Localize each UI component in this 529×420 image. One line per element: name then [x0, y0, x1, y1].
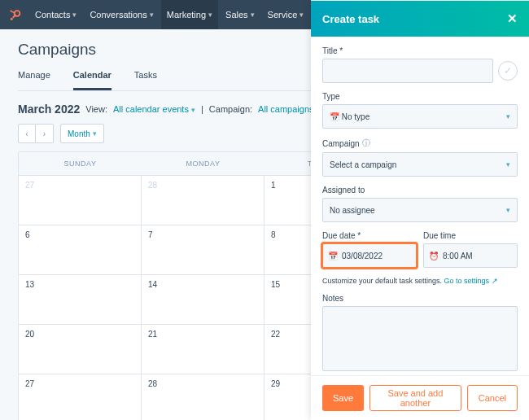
calendar-cell[interactable]: 13 [19, 275, 142, 324]
title-input[interactable] [322, 59, 493, 83]
month-label: March 2022 [18, 103, 80, 116]
settings-hint: Customize your default task settings. Go… [322, 277, 518, 285]
svg-line-1 [13, 15, 16, 18]
chevron-down-icon: ▾ [299, 11, 304, 19]
svg-point-2 [11, 18, 13, 20]
save-button[interactable]: Save [322, 385, 364, 411]
duedate-input[interactable]: 📅03/08/2022 [322, 243, 417, 268]
duetime-label: Due time [423, 231, 518, 240]
chevron-down-icon: ▾ [93, 129, 97, 138]
chevron-down-icon: ▾ [251, 11, 255, 19]
campaign-label: Campaign: [209, 104, 252, 114]
calendar-cell[interactable]: 28 [142, 374, 264, 420]
panel-header: Create task ✕ [311, 1, 529, 37]
calendar-cell[interactable]: 6 [19, 225, 142, 274]
type-select[interactable]: 📅 No type▾ [322, 104, 518, 129]
panel-title: Create task [322, 13, 379, 25]
day-header: MONDAY [142, 152, 264, 175]
tab-calendar[interactable]: Calendar [73, 65, 111, 90]
day-header: SUNDAY [19, 152, 142, 175]
calendar-cell[interactable]: 27 [19, 176, 142, 225]
title-label: Title * [322, 46, 518, 55]
duedate-label: Due date * [322, 231, 417, 240]
clock-icon: ⏰ [429, 252, 439, 260]
panel-footer: Save Save and add another Cancel [311, 375, 529, 420]
nav-marketing[interactable]: Marketing▾ [161, 0, 218, 29]
complete-toggle[interactable]: ✓ [498, 61, 518, 81]
assigned-label: Assigned to [322, 186, 518, 195]
view-month-button[interactable]: Month▾ [60, 124, 104, 143]
chevron-down-icon: ▾ [506, 160, 510, 168]
tab-tasks[interactable]: Tasks [134, 65, 157, 90]
calendar-icon: 📅 [328, 252, 338, 260]
chevron-down-icon: ▾ [506, 112, 510, 120]
notes-input[interactable] [322, 306, 518, 371]
hubspot-logo [7, 7, 23, 23]
duetime-input[interactable]: ⏰8:00 AM [423, 243, 518, 268]
chevron-down-icon: ▾ [72, 11, 77, 19]
chevron-down-icon: ▾ [506, 206, 510, 214]
chevron-down-icon: ▾ [150, 11, 154, 19]
nav-service[interactable]: Service▾ [262, 0, 310, 29]
next-month-button[interactable]: › [36, 124, 54, 143]
tab-manage[interactable]: Manage [18, 65, 50, 90]
type-label: Type [322, 92, 518, 101]
save-add-button[interactable]: Save and add another [369, 385, 461, 411]
external-link-icon: ↗ [492, 277, 498, 285]
info-icon: ⓘ [362, 138, 370, 149]
calendar-icon: 📅 [330, 112, 339, 121]
close-icon[interactable]: ✕ [507, 11, 518, 26]
notes-label: Notes [322, 294, 518, 303]
calendar-cell[interactable]: 28 [142, 176, 264, 225]
go-to-settings-link[interactable]: Go to settings ↗ [444, 277, 498, 285]
nav-conversations[interactable]: Conversations▾ [84, 0, 159, 29]
view-label: View: [85, 104, 107, 114]
calendar-cell[interactable]: 14 [142, 275, 264, 324]
chevron-down-icon: ▾ [208, 11, 212, 19]
create-task-panel: Create task ✕ Title * ✓ Type 📅 No type▾ … [311, 0, 529, 420]
calendar-cell[interactable]: 27 [19, 374, 142, 420]
cancel-button[interactable]: Cancel [467, 385, 518, 411]
nav-contacts[interactable]: Contacts▾ [29, 0, 82, 29]
calendar-cell[interactable]: 21 [142, 325, 264, 374]
calendar-cell[interactable]: 20 [19, 325, 142, 374]
view-select[interactable]: All calendar events ▾ [113, 104, 195, 114]
campaign-label: Campaign ⓘ [322, 138, 518, 149]
nav-sales[interactable]: Sales▾ [220, 0, 260, 29]
calendar-cell[interactable]: 7 [142, 225, 264, 274]
prev-month-button[interactable]: ‹ [18, 124, 36, 143]
assigned-select[interactable]: No assignee▾ [322, 198, 518, 222]
campaign-select[interactable]: Select a campaign▾ [322, 152, 518, 177]
chevron-down-icon: ▾ [191, 106, 195, 114]
